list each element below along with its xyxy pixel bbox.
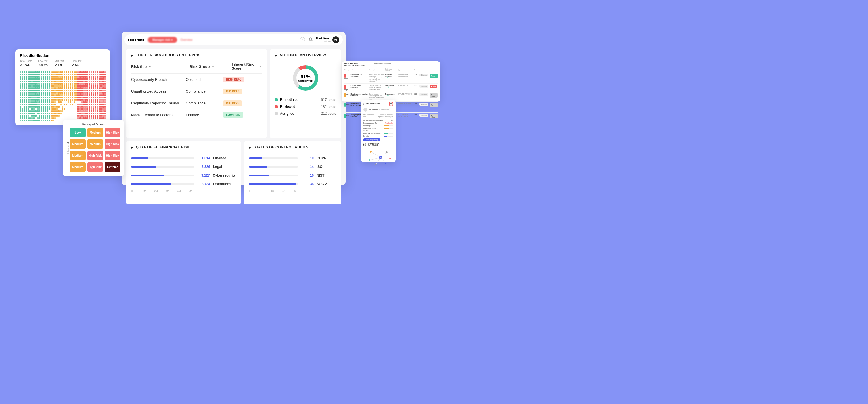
bar-row: 14 ISO — [249, 162, 336, 171]
bar-row: 2,386 Legal — [131, 162, 236, 171]
dismiss-button[interactable]: Dismiss — [420, 103, 428, 105]
score-ring: 88% — [389, 101, 393, 106]
top-risks-panel: ▶TOP 10 RISKS ACROSS ENTERPRISE Risk tit… — [126, 49, 267, 138]
chevron-down-icon — [148, 65, 151, 68]
column-header — [429, 68, 438, 72]
notifications-icon[interactable] — [309, 37, 312, 42]
matrix-cell[interactable]: High Risk — [105, 128, 121, 137]
svg-line-2 — [381, 158, 390, 158]
table-row[interactable]: Regulatory Reporting Delays Compliance M… — [131, 97, 261, 109]
donut-label: REMEDIATED — [298, 80, 313, 82]
action-button[interactable]: ▸ Plan — [430, 114, 438, 119]
dismiss-button[interactable]: Dismiss — [420, 93, 428, 96]
matrix-cell[interactable]: Low — [70, 128, 86, 137]
metric-row: Behavior — [364, 134, 393, 137]
risk-distribution-title: Risk distribution — [20, 54, 105, 58]
legend-value: 617 users — [321, 98, 336, 102]
metric-row: Psychographic profile Rule breaker — [364, 122, 393, 124]
bar-label: Cybersecurity — [213, 174, 236, 178]
table-row[interactable]: Cybersecurity Breach Ops, Tech HIGH RISK — [131, 73, 261, 85]
metric-label: Intention to Comply — [364, 127, 376, 129]
help-icon[interactable]: ? — [300, 37, 305, 42]
bar-value: 3,734 — [197, 182, 210, 186]
matrix-cell[interactable]: Extreme — [105, 162, 121, 172]
bar-row: 36 SOC 2 — [249, 180, 336, 188]
stat-label: Mid risk — [55, 60, 66, 62]
tab-recommended[interactable]: RECOMMENDED IMPROVEMENT ACTIONS — [344, 63, 370, 66]
col-risk-group[interactable]: Risk Group — [189, 62, 225, 70]
matrix-cell[interactable]: Medium — [70, 139, 86, 149]
column-header — [419, 68, 429, 72]
collapse-icon[interactable]: ▶ — [275, 54, 277, 57]
likelihood-axis-label: Likelihood — [67, 142, 69, 154]
legend-row: Assigned 212 users — [275, 110, 336, 117]
bar-value: 10 — [301, 156, 314, 160]
action-button[interactable]: ▸ Done — [430, 73, 438, 78]
risk-badge: MID RISK — [223, 100, 242, 106]
matrix-cell[interactable]: High Risk — [105, 139, 121, 149]
scorecard-user-name: Pika Antonen — [369, 109, 378, 111]
bar-value: 3,127 — [197, 174, 210, 178]
bar-row: 10 GDPR — [249, 154, 336, 162]
app-header: OutThink Manager risk ▾ Overview ? Mark … — [124, 34, 343, 45]
legend-label: Assigned — [280, 112, 294, 116]
collapse-icon[interactable]: ▶ — [131, 146, 134, 149]
collaborations-title: ▶ MOST FREQUENT COLLABORATIONS — [364, 143, 393, 147]
dismiss-button[interactable]: Dismiss — [420, 73, 428, 76]
table-row[interactable]: Macro Economic Factors Finance LOW RISK — [131, 109, 261, 121]
matrix-cell[interactable]: Medium — [70, 151, 86, 160]
collapse-icon[interactable]: ▶ — [131, 54, 134, 57]
collaboration-network — [364, 148, 393, 168]
matrix-cell[interactable]: High Risk — [87, 151, 103, 160]
top-risks-title: ▶TOP 10 RISKS ACROSS ENTERPRISE — [131, 53, 261, 57]
action-button[interactable]: ▸ Edit — [430, 85, 437, 88]
col-risk-score[interactable]: Inherent Risk Score — [232, 62, 261, 70]
nav-overview-link[interactable]: Overview — [181, 38, 193, 41]
enrol-button[interactable]: Enrol in group training ▸ — [364, 138, 380, 142]
stat-label: Total users — [20, 60, 32, 62]
user-menu[interactable]: Mark Frost Admin MF — [316, 36, 339, 43]
bar-row: 1,614 Finance — [131, 154, 236, 162]
table-row[interactable]: Unauthorized Access Compliance MID RISK — [131, 85, 261, 97]
dismiss-button[interactable]: Dismiss — [420, 85, 428, 88]
donut-legend: Remediated 617 users Reviewed 182 users … — [275, 96, 336, 117]
stat-value: 2354 — [20, 62, 32, 67]
chevron-down-icon — [211, 65, 214, 68]
collapse-icon[interactable]: ▶ — [249, 146, 252, 149]
action-button[interactable]: ▸ Plan — [430, 103, 438, 107]
dismiss-button[interactable]: Dismiss — [420, 114, 428, 117]
svg-line-5 — [381, 158, 385, 163]
risk-group-cell: Compliance — [186, 89, 223, 93]
tab-previous[interactable]: PREVIOUS ACTIONS — [374, 63, 391, 66]
action-button[interactable]: ▸ Plan — [430, 93, 438, 98]
risk-heatmap — [20, 71, 105, 121]
metric-row: Intention to Comply — [364, 127, 393, 129]
metric-row: Confidence — [364, 129, 393, 132]
matrix-cell[interactable]: High Risk — [87, 162, 103, 172]
legend-row: Remediated 617 users — [275, 96, 336, 103]
bar-track — [131, 157, 194, 159]
metric-label: Behavior — [364, 135, 369, 137]
bar-track — [249, 175, 298, 176]
role-dropdown[interactable]: Manager risk ▾ — [148, 37, 177, 43]
table-row[interactable]: High Enable Teams integration Engage use… — [344, 84, 438, 92]
control-audits-title: ▶STATUS OF CONTROL AUDITS — [249, 145, 336, 149]
col-risk-title[interactable]: Risk title — [131, 62, 183, 70]
user-role: Admin — [324, 40, 331, 42]
matrix-cell[interactable]: Medium — [87, 139, 103, 149]
matrix-cell[interactable]: High Risk — [105, 151, 121, 160]
metric-label: Productive when complying — [364, 132, 381, 134]
table-row[interactable]: High Improve security onboarding Reach o… — [344, 72, 438, 84]
bar-label: GDPR — [316, 156, 327, 160]
risk-badge: HIGH RISK — [223, 77, 244, 82]
bar-row: 3,127 Cybersecurity — [131, 171, 236, 180]
x-axis: 01M2M3M4M5M — [131, 189, 200, 192]
column-header: Priority — [344, 68, 350, 72]
bar-value: 16 — [301, 174, 314, 178]
legend-swatch — [275, 98, 278, 101]
privileged-access-title: Privileged Access — [66, 123, 121, 126]
matrix-cell[interactable]: Medium — [70, 162, 86, 172]
donut-percent: 61% — [301, 74, 310, 80]
matrix-cell[interactable]: Medium — [87, 128, 103, 137]
avatar: MF — [332, 36, 339, 43]
